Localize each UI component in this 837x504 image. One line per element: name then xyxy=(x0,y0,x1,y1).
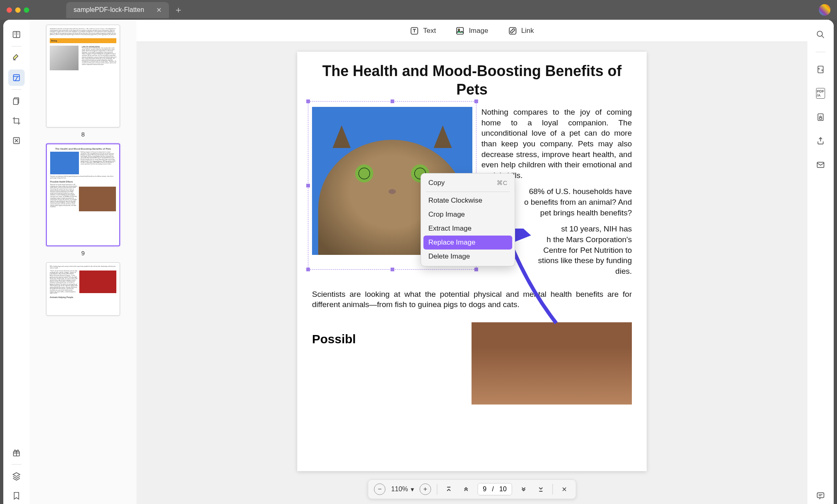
subheading-possible: Possibl xyxy=(312,332,356,346)
menu-rotate-clockwise[interactable]: Rotate Clockwise xyxy=(423,194,512,208)
comment-button[interactable] xyxy=(812,488,829,504)
image-context-menu: Copy ⌘C Rotate Clockwise Crop Image Extr… xyxy=(421,173,515,266)
tab-title: samplePDF-lock-Flatten xyxy=(74,6,144,14)
pdfa-button[interactable]: PDF/A xyxy=(812,85,829,102)
menu-delete-image[interactable]: Delete Image xyxy=(423,250,512,264)
first-page-button[interactable] xyxy=(443,483,455,495)
pdf-page: The Health and Mood-Boosting Benefits of… xyxy=(297,52,647,471)
document-heading: The Health and Mood-Boosting Benefits of… xyxy=(312,62,632,99)
window-controls xyxy=(7,7,29,13)
zoom-out-button[interactable]: − xyxy=(374,483,386,495)
thumbnail-panel: information of two lines, at the top or … xyxy=(30,20,136,504)
crop-tool-button[interactable] xyxy=(8,113,25,129)
zoom-level-dropdown[interactable]: 110% ▾ xyxy=(391,486,414,493)
secure-button[interactable] xyxy=(812,109,829,125)
titlebar: samplePDF-lock-Flatten ✕ ＋ xyxy=(0,0,837,20)
link-label: Link xyxy=(521,27,534,35)
convert-button[interactable] xyxy=(812,61,829,78)
close-bar-button[interactable]: ✕ xyxy=(558,483,570,495)
pages-tool-button[interactable] xyxy=(8,93,25,109)
image-label: Image xyxy=(469,27,488,35)
edit-tool-button[interactable] xyxy=(8,69,25,86)
copy-shortcut: ⌘C xyxy=(497,179,507,187)
maximize-window-button[interactable] xyxy=(24,7,29,13)
thumbnail-page-8[interactable]: information of two lines, at the top or … xyxy=(46,25,120,127)
right-toolbar: PDF/A xyxy=(807,20,834,504)
svg-rect-7 xyxy=(457,27,464,34)
thumb8-string-label: String xyxy=(50,38,116,43)
document-tab[interactable]: samplePDF-lock-Flatten ✕ xyxy=(66,2,169,18)
add-text-button[interactable]: Text xyxy=(410,26,436,35)
svg-rect-9 xyxy=(509,27,516,34)
redact-tool-button[interactable] xyxy=(8,132,25,149)
menu-replace-image[interactable]: Replace Image xyxy=(423,236,512,250)
highlight-tool-button[interactable] xyxy=(8,50,25,66)
paragraph-1: Nothing compares to the joy of coming ho… xyxy=(481,107,632,180)
view-controls-bar: − 110% ▾ + 9 / 10 ✕ xyxy=(368,479,576,499)
zoom-in-button[interactable]: + xyxy=(420,483,431,495)
page-indicator[interactable]: 9 / 10 xyxy=(478,483,512,495)
thumbnail-page-10[interactable]: NIH is funding large-scale surveys to fi… xyxy=(46,262,120,316)
dog-image xyxy=(472,322,632,405)
close-tab-button[interactable]: ✕ xyxy=(156,6,162,14)
bookmark-button[interactable] xyxy=(8,488,25,504)
svg-point-10 xyxy=(817,31,823,37)
thumbnail-number: 9 xyxy=(81,250,85,257)
menu-crop-image[interactable]: Crop Image xyxy=(423,208,512,222)
add-link-button[interactable]: Link xyxy=(508,26,534,35)
svg-rect-1 xyxy=(14,75,20,81)
svg-rect-15 xyxy=(817,493,824,498)
layers-button[interactable] xyxy=(8,468,25,484)
svg-rect-11 xyxy=(818,66,823,73)
last-page-button[interactable] xyxy=(535,483,546,495)
share-button[interactable] xyxy=(812,133,829,149)
minimize-window-button[interactable] xyxy=(15,7,21,13)
paragraph-4: Scientists are looking at what the poten… xyxy=(312,289,632,310)
search-button[interactable] xyxy=(812,26,829,43)
chevron-down-icon: ▾ xyxy=(411,486,414,493)
text-label: Text xyxy=(423,27,436,35)
left-toolbar xyxy=(3,20,30,504)
edit-toolbar: Text Image Link xyxy=(136,20,807,42)
thumbnail-number: 8 xyxy=(81,131,85,138)
add-image-button[interactable]: Image xyxy=(455,26,488,35)
user-avatar[interactable] xyxy=(819,4,830,16)
document-viewer[interactable]: The Health and Mood-Boosting Benefits of… xyxy=(136,42,807,504)
email-button[interactable] xyxy=(812,157,829,173)
para3-e: dies. xyxy=(481,266,632,277)
next-page-button[interactable] xyxy=(518,483,529,495)
close-window-button[interactable] xyxy=(7,7,12,13)
main-area: Text Image Link The Health and Mood-Boos… xyxy=(136,20,807,504)
thumbnail-page-9[interactable]: The Health and Mood-Boosting Benefits of… xyxy=(46,143,120,246)
reader-view-button[interactable] xyxy=(8,26,25,43)
menu-copy[interactable]: Copy ⌘C xyxy=(423,176,512,190)
previous-page-button[interactable] xyxy=(460,483,472,495)
gift-button[interactable] xyxy=(8,444,25,461)
svg-rect-3 xyxy=(14,99,18,105)
new-tab-button[interactable]: ＋ xyxy=(174,4,183,16)
svg-rect-13 xyxy=(819,118,822,120)
menu-extract-image[interactable]: Extract Image xyxy=(423,222,512,236)
